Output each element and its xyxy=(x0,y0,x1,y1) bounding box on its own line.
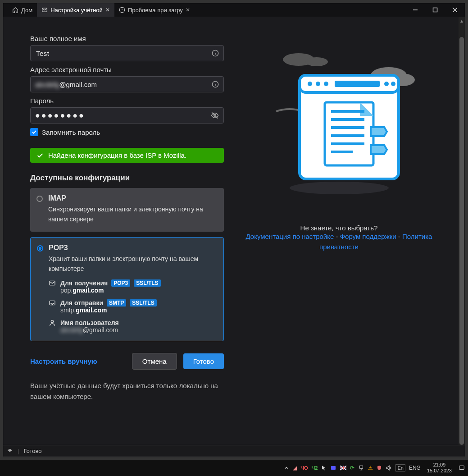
eye-off-icon[interactable] xyxy=(211,111,219,119)
tray-kb-icon[interactable]: En xyxy=(395,464,405,471)
help-doc-link[interactable]: Документация по настройке xyxy=(246,233,334,240)
scroll-thumb[interactable] xyxy=(459,37,464,445)
name-input[interactable] xyxy=(35,49,212,58)
outgoing-row: Для отправки SMTP SSL/TLS xyxy=(49,299,216,307)
tab-bar: Дом Настройка учётной ✕ Проблема при заг… xyxy=(3,3,465,17)
status-bar: | Готово xyxy=(3,445,465,457)
svg-rect-34 xyxy=(360,466,363,468)
tab-account-setup[interactable]: Настройка учётной ✕ xyxy=(37,3,114,17)
done-button[interactable]: Готово xyxy=(183,353,224,369)
security-badge: SSL/TLS xyxy=(134,279,160,287)
remember-password-label: Запомнить пароль xyxy=(42,128,100,136)
svg-rect-32 xyxy=(331,466,336,470)
svg-point-9 xyxy=(290,182,389,194)
user-icon xyxy=(49,319,57,326)
outbox-icon xyxy=(49,299,57,307)
tray-sync-icon[interactable]: ⟳ xyxy=(350,465,354,471)
svg-point-20 xyxy=(384,82,389,86)
illustration xyxy=(258,39,420,201)
proto-badge: POP3 xyxy=(111,279,130,287)
close-icon[interactable]: ✕ xyxy=(186,7,190,13)
home-icon xyxy=(12,7,18,13)
tab-problem[interactable]: Проблема при загру ✕ xyxy=(114,3,195,17)
tray-app-icon[interactable]: ◢ xyxy=(293,465,297,471)
incoming-row: Для получения POP3 SSL/TLS xyxy=(49,279,216,287)
radio-icon xyxy=(36,196,43,202)
username-row: Имя пользователя xyxy=(49,319,216,326)
check-icon xyxy=(36,152,44,159)
security-badge: SSL/TLS xyxy=(130,299,156,307)
svg-rect-2 xyxy=(433,8,437,12)
inbox-icon xyxy=(49,279,57,287)
tray-cpu[interactable]: ЧО xyxy=(300,465,308,471)
info-icon[interactable] xyxy=(212,50,219,57)
footnote: Ваши учётные данные будут храниться толь… xyxy=(30,380,224,402)
name-input-wrap[interactable] xyxy=(30,45,224,61)
svg-point-11 xyxy=(305,57,328,66)
tray-network-icon[interactable] xyxy=(358,465,364,471)
scrollbar[interactable]: ▲ xyxy=(459,17,465,445)
tray-mail-icon[interactable] xyxy=(330,465,336,471)
tab-home-label: Дом xyxy=(21,7,32,14)
svg-marker-29 xyxy=(371,127,387,136)
action-buttons: Настроить вручную Отмена Готово xyxy=(30,353,224,370)
password-input-wrap[interactable]: ●●●●●●●● xyxy=(30,107,224,124)
success-message: Найдена конфигурация в базе ISP в Mozill… xyxy=(48,151,186,159)
tray-shield-icon[interactable] xyxy=(377,465,382,471)
tray-volume-icon[interactable] xyxy=(386,465,392,471)
info-icon xyxy=(119,7,125,13)
status-text: Готово xyxy=(23,448,41,454)
config-pop3[interactable]: POP3 Хранит ваши папки и электронную поч… xyxy=(30,237,224,341)
tray-warning-icon[interactable]: ⚠ xyxy=(368,465,373,471)
window-controls xyxy=(405,3,465,17)
email-input-wrap[interactable]: abcdefg@gmail.com xyxy=(30,76,224,92)
email-label: Адрес электронной почты xyxy=(30,66,224,73)
configs-title: Доступные конфигурации xyxy=(30,174,224,183)
password-input[interactable]: ●●●●●●●● xyxy=(35,111,211,120)
name-label: Ваше полное имя xyxy=(30,35,224,42)
manual-config-button[interactable]: Настроить вручную xyxy=(30,357,97,365)
minimize-button[interactable] xyxy=(405,3,425,17)
tray-clock[interactable]: 21:09 15.07.2023 xyxy=(424,462,454,474)
cancel-button[interactable]: Отмена xyxy=(132,353,177,370)
close-window-button[interactable] xyxy=(445,3,465,17)
config-pop3-name: POP3 xyxy=(49,244,216,252)
tray-lang[interactable]: ENG xyxy=(409,465,421,471)
remember-password-checkbox[interactable]: Запомнить пароль xyxy=(30,128,224,136)
svg-point-21 xyxy=(391,82,395,86)
app-window: Дом Настройка учётной ✕ Проблема при заг… xyxy=(3,3,465,457)
svg-point-17 xyxy=(316,82,320,86)
help-forum-link[interactable]: Форум поддержки xyxy=(340,233,396,240)
tray-chevron-icon[interactable] xyxy=(284,465,289,471)
tray-cursor-icon[interactable] xyxy=(321,465,327,471)
tab-problem-label: Проблема при загру xyxy=(128,7,183,14)
maximize-button[interactable] xyxy=(425,3,445,17)
tab-home[interactable]: Дом xyxy=(8,3,37,17)
tab-setup-label: Настройка учётной xyxy=(50,7,103,14)
svg-rect-19 xyxy=(335,81,380,87)
radio-icon xyxy=(37,245,43,252)
svg-point-31 xyxy=(9,451,10,452)
incoming-host: pop.gmail.com xyxy=(60,287,216,294)
config-pop3-desc: Хранит ваши папки и электронную почту на… xyxy=(49,254,216,274)
config-imap[interactable]: IMAP Синхронизирует ваши папки и электро… xyxy=(30,188,224,232)
close-icon[interactable]: ✕ xyxy=(105,7,110,13)
mail-settings-icon xyxy=(41,7,48,13)
outgoing-host: smtp.gmail.com xyxy=(60,307,216,314)
tray-flag-icon[interactable] xyxy=(340,465,346,471)
help-prompt: Не знаете, что выбрать? xyxy=(300,224,378,232)
svg-point-8 xyxy=(51,320,53,322)
tray-notifications-icon[interactable] xyxy=(458,465,465,471)
checkbox-icon xyxy=(30,128,38,136)
svg-marker-30 xyxy=(371,145,387,154)
svg-point-16 xyxy=(308,82,312,86)
info-icon[interactable] xyxy=(212,81,219,88)
config-imap-desc: Синхронизирует ваши папки и электронную … xyxy=(48,204,217,224)
signal-icon xyxy=(7,448,13,454)
content-area: Ваше полное имя Адрес электронной почты … xyxy=(3,17,465,445)
scroll-up-icon[interactable]: ▲ xyxy=(459,18,464,23)
tray-gpu[interactable]: Ч2 xyxy=(312,465,318,471)
email-input[interactable]: abcdefg@gmail.com xyxy=(35,81,212,88)
config-imap-name: IMAP xyxy=(48,194,217,202)
username-value: abcdefg@gmail.com xyxy=(60,326,216,334)
